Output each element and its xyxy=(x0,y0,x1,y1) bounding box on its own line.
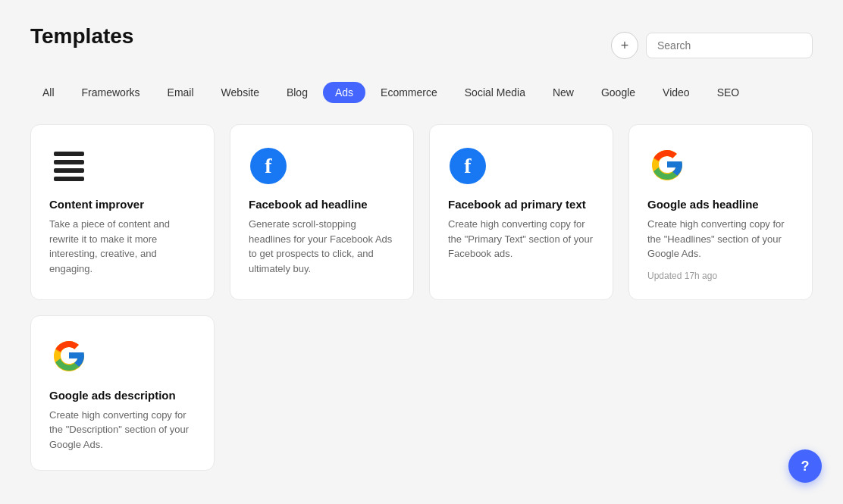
add-button[interactable]: + xyxy=(611,32,638,59)
tab-video[interactable]: Video xyxy=(650,82,702,103)
card-icon-content-improver xyxy=(49,146,89,186)
card-icon-google-ads-headline xyxy=(647,146,687,186)
card-description-facebook-ad-headline: Generate scroll-stopping headlines for y… xyxy=(249,217,395,276)
card-description-google-ads-description: Create high converting copy for the "Des… xyxy=(49,408,196,452)
card-icon-facebook-ad-headline: f xyxy=(249,146,288,186)
tab-ads[interactable]: Ads xyxy=(323,82,365,103)
cards-grid: Content improver Take a piece of content… xyxy=(30,124,813,471)
card-facebook-ad-headline[interactable]: f Facebook ad headline Generate scroll-s… xyxy=(230,124,414,300)
google-icon xyxy=(51,337,87,377)
search-input[interactable] xyxy=(646,33,813,58)
card-title-google-ads-headline: Google ads headline xyxy=(647,198,794,211)
card-description-google-ads-headline: Create high converting copy for the "Hea… xyxy=(647,217,794,261)
google-icon xyxy=(649,146,685,186)
tab-social-media[interactable]: Social Media xyxy=(453,82,537,103)
header-actions: + xyxy=(611,32,813,59)
card-title-content-improver: Content improver xyxy=(49,198,196,211)
tab-website[interactable]: Website xyxy=(209,82,271,103)
tab-all[interactable]: All xyxy=(30,82,67,103)
card-icon-facebook-ad-primary-text: f xyxy=(448,146,487,186)
card-updated: Updated 17h ago xyxy=(647,271,794,281)
card-title-facebook-ad-headline: Facebook ad headline xyxy=(249,198,395,211)
tabs-row: AllFrameworksEmailWebsiteBlogAdsEcommerc… xyxy=(30,82,813,103)
content-improver-icon xyxy=(54,152,84,181)
card-content-improver[interactable]: Content improver Take a piece of content… xyxy=(30,124,215,300)
facebook-icon: f xyxy=(250,148,287,184)
help-button[interactable]: ? xyxy=(788,449,822,483)
card-icon-google-ads-description xyxy=(49,337,89,377)
card-title-facebook-ad-primary-text: Facebook ad primary text xyxy=(448,198,594,211)
tab-blog[interactable]: Blog xyxy=(274,82,320,103)
card-description-content-improver: Take a piece of content and rewrite it t… xyxy=(49,217,196,276)
help-icon: ? xyxy=(801,459,810,474)
card-facebook-ad-primary-text[interactable]: f Facebook ad primary text Create high c… xyxy=(429,124,613,300)
tab-email[interactable]: Email xyxy=(155,82,206,103)
plus-icon: + xyxy=(621,38,629,54)
card-title-google-ads-description: Google ads description xyxy=(49,389,196,402)
tab-ecommerce[interactable]: Ecommerce xyxy=(368,82,450,103)
card-google-ads-description[interactable]: Google ads description Create high conve… xyxy=(30,315,215,471)
page-title: Templates xyxy=(30,24,133,49)
tab-new[interactable]: New xyxy=(541,82,586,103)
card-description-facebook-ad-primary-text: Create high converting copy for the "Pri… xyxy=(448,217,594,261)
tab-seo[interactable]: SEO xyxy=(705,82,752,103)
tab-frameworks[interactable]: Frameworks xyxy=(70,82,152,103)
tab-google[interactable]: Google xyxy=(589,82,647,103)
card-google-ads-headline[interactable]: Google ads headline Create high converti… xyxy=(628,124,813,300)
facebook-icon: f xyxy=(450,148,486,184)
